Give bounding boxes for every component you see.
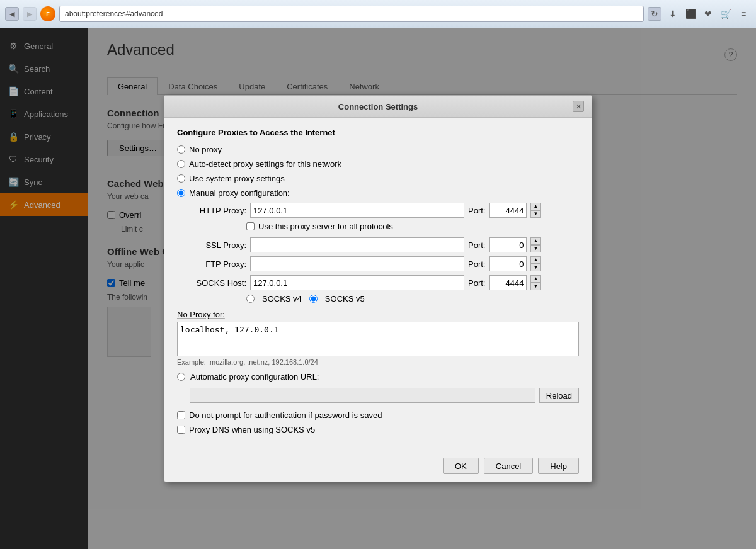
url-bar[interactable] [59,6,644,22]
use-for-all-checkbox[interactable] [246,222,255,230]
ssl-port-down[interactable]: ▼ [530,245,541,252]
socks-v4-label: SOCKS v4 [262,294,302,303]
windows-icon[interactable]: ⬛ [683,6,698,21]
shopping-icon[interactable]: 🛒 [718,6,733,21]
radio-manual[interactable]: Manual proxy configuration: [177,188,579,198]
ftp-port-up[interactable]: ▲ [530,256,541,264]
ssl-port-spinner[interactable]: ▲ ▼ [530,237,541,252]
http-port-down[interactable]: ▼ [530,210,541,218]
use-for-all-label: Use this proxy server for all protocols [258,222,393,231]
example-text: Example: .mozilla.org, .net.nz, 192.168.… [177,358,579,366]
browser-chrome: ◀ ▶ F ↻ ⬇ ⬛ ❤ 🛒 ≡ [0,0,756,28]
dialog-section-title: Configure Proxies to Access the Internet [177,128,579,137]
auto-url-row: Automatic proxy configuration URL: [177,372,579,382]
proxy-dns-checkbox[interactable] [177,426,185,434]
socks-port-down[interactable]: ▼ [530,283,541,290]
socks-host-row: SOCKS Host: Port: ▲ ▼ [190,275,579,290]
http-proxy-row: HTTP Proxy: Port: ▲ ▼ [190,203,579,218]
dialog-titlebar: Connection Settings ✕ [164,96,592,118]
ssl-proxy-label: SSL Proxy: [190,241,246,250]
socks-version-row: SOCKS v4 SOCKS v5 [246,294,579,303]
socks-host-input[interactable] [250,275,464,290]
auto-detect-label: Auto-detect proxy settings for this netw… [189,159,341,169]
ssl-port-up[interactable]: ▲ [530,237,541,245]
no-proxy-for-label-row: No Proxy for: [177,310,579,319]
pocket-icon[interactable]: ❤ [701,6,716,21]
forward-button[interactable]: ▶ [23,7,37,21]
socks-v4-radio[interactable] [246,295,255,303]
auto-url-label: Automatic proxy configuration URL: [190,372,319,382]
use-for-all-row: Use this proxy server for all protocols [246,222,579,231]
http-proxy-label: HTTP Proxy: [190,206,246,215]
no-proxy-for-label: No Proxy for: [177,310,225,319]
ftp-proxy-input[interactable] [250,256,464,271]
firefox-logo: F [40,6,55,21]
back-button[interactable]: ◀ [5,7,19,21]
reload-button[interactable]: ↻ [648,7,662,21]
radio-auto-detect[interactable]: Auto-detect proxy settings for this netw… [177,159,579,169]
http-port-up[interactable]: ▲ [530,203,541,210]
socks-port-up[interactable]: ▲ [530,275,541,283]
auto-url-input-row: Reload [190,388,579,403]
no-auth-label: Do not prompt for authentication if pass… [189,410,382,420]
help-button[interactable]: Help [538,458,579,474]
ok-button[interactable]: OK [443,458,479,474]
ftp-port-label: Port: [468,259,485,269]
menu-icon[interactable]: ≡ [736,6,751,21]
socks-port-label: Port: [468,278,485,288]
http-port-label: Port: [468,206,485,215]
no-proxy-radio[interactable] [177,145,185,154]
proxy-dns-label: Proxy DNS when using SOCKS v5 [189,425,315,434]
ftp-port-down[interactable]: ▼ [530,264,541,271]
http-port-spinner[interactable]: ▲ ▼ [530,203,541,218]
auto-url-input[interactable] [190,388,536,403]
downloads-icon[interactable]: ⬇ [665,6,680,21]
use-system-label: Use system proxy settings [189,174,285,183]
socks-port-input[interactable] [489,275,527,290]
http-proxy-input[interactable] [250,203,464,218]
dialog-title: Connection Settings [183,102,573,111]
no-proxy-textarea[interactable]: localhost, 127.0.0.1 [177,322,579,356]
proxy-dns-row: Proxy DNS when using SOCKS v5 [177,425,579,434]
socks-host-label: SOCKS Host: [190,278,246,288]
ftp-port-input[interactable] [489,256,527,271]
no-proxy-label: No proxy [189,145,222,154]
dialog-overlay: Connection Settings ✕ Configure Proxies … [0,28,756,549]
ssl-port-label: Port: [468,241,485,250]
connection-settings-dialog: Connection Settings ✕ Configure Proxies … [164,95,592,482]
ssl-proxy-row: SSL Proxy: Port: ▲ ▼ [190,237,579,252]
dialog-footer: OK Cancel Help [164,450,592,482]
radio-use-system[interactable]: Use system proxy settings [177,174,579,183]
ftp-proxy-row: FTP Proxy: Port: ▲ ▼ [190,256,579,271]
radio-no-proxy[interactable]: No proxy [177,145,579,154]
manual-label: Manual proxy configuration: [189,188,290,198]
manual-radio[interactable] [177,189,185,197]
use-system-radio[interactable] [177,174,185,183]
socks-port-spinner[interactable]: ▲ ▼ [530,275,541,290]
auto-detect-radio[interactable] [177,160,185,168]
no-auth-row: Do not prompt for authentication if pass… [177,410,579,420]
http-port-input[interactable] [489,203,527,218]
socks-v5-radio[interactable] [309,295,318,303]
socks-v5-label: SOCKS v5 [325,294,365,303]
ssl-port-input[interactable] [489,237,527,252]
ssl-proxy-input[interactable] [250,237,464,252]
toolbar-icons: ⬇ ⬛ ❤ 🛒 ≡ [665,6,751,21]
no-auth-checkbox[interactable] [177,411,185,419]
reload-button[interactable]: Reload [539,388,579,403]
ftp-port-spinner[interactable]: ▲ ▼ [530,256,541,271]
dialog-close-button[interactable]: ✕ [573,101,584,112]
cancel-button[interactable]: Cancel [484,458,533,474]
ftp-proxy-label: FTP Proxy: [190,259,246,269]
dialog-body: Configure Proxies to Access the Internet… [164,118,592,450]
auto-url-radio[interactable] [177,373,185,381]
